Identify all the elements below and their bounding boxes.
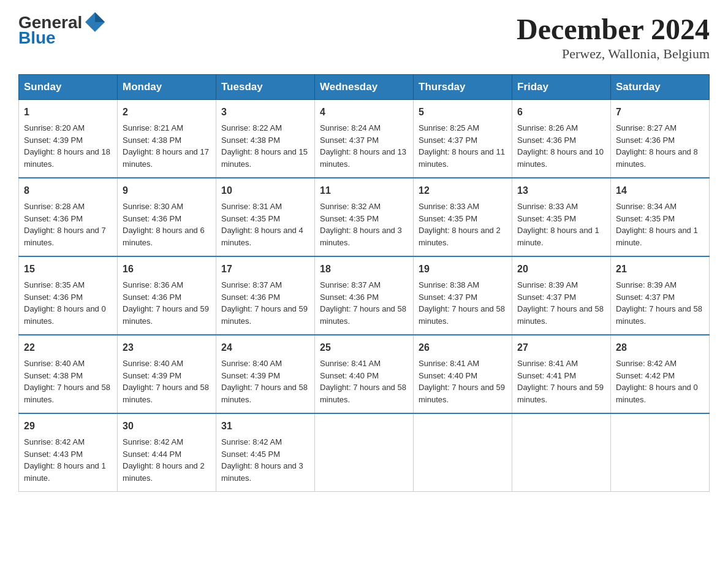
sunrise-text: Sunrise: 8:22 AM (221, 123, 282, 132)
day-number: 9 (123, 183, 211, 198)
calendar-cell: 5Sunrise: 8:25 AMSunset: 4:37 PMDaylight… (414, 100, 512, 178)
day-number: 18 (320, 262, 408, 277)
calendar-title: December 2024 (517, 12, 710, 46)
day-number: 11 (320, 183, 408, 198)
day-number: 19 (419, 262, 507, 277)
sunrise-text: Sunrise: 8:25 AM (419, 123, 479, 132)
sunset-text: Sunset: 4:35 PM (320, 214, 379, 223)
daylight-text: Daylight: 8 hours and 3 minutes. (221, 461, 303, 483)
calendar-week-row: 1Sunrise: 8:20 AMSunset: 4:39 PMDaylight… (19, 100, 710, 178)
col-header-thursday: Thursday (414, 75, 512, 100)
daylight-text: Daylight: 8 hours and 4 minutes. (221, 226, 303, 247)
calendar-cell: 25Sunrise: 8:41 AMSunset: 4:40 PMDayligh… (315, 335, 414, 413)
day-number: 13 (517, 183, 605, 198)
daylight-text: Daylight: 8 hours and 13 minutes. (320, 147, 406, 169)
day-number: 4 (320, 105, 408, 120)
daylight-text: Daylight: 8 hours and 10 minutes. (517, 147, 604, 169)
page-header: General Blue December 2024 Perwez, Wallo… (18, 12, 710, 62)
day-number: 3 (221, 105, 309, 120)
day-number: 8 (24, 183, 112, 198)
sunrise-text: Sunrise: 8:28 AM (24, 202, 85, 211)
col-header-saturday: Saturday (611, 75, 710, 100)
sunset-text: Sunset: 4:38 PM (123, 136, 181, 145)
sunrise-text: Sunrise: 8:41 AM (320, 359, 381, 368)
sunset-text: Sunset: 4:35 PM (419, 214, 477, 223)
logo-text-blue: Blue (18, 28, 56, 48)
calendar-cell: 7Sunrise: 8:27 AMSunset: 4:36 PMDaylight… (611, 100, 710, 178)
calendar-cell: 18Sunrise: 8:37 AMSunset: 4:36 PMDayligh… (315, 256, 414, 335)
calendar-week-row: 29Sunrise: 8:42 AMSunset: 4:43 PMDayligh… (19, 413, 710, 492)
sunset-text: Sunset: 4:37 PM (616, 293, 675, 302)
day-number: 28 (616, 340, 704, 355)
daylight-text: Daylight: 7 hours and 58 minutes. (221, 383, 308, 404)
daylight-text: Daylight: 7 hours and 58 minutes. (24, 383, 110, 404)
calendar-cell: 31Sunrise: 8:42 AMSunset: 4:45 PMDayligh… (216, 413, 315, 492)
day-number: 29 (24, 419, 112, 434)
sunrise-text: Sunrise: 8:39 AM (517, 280, 578, 289)
daylight-text: Daylight: 7 hours and 58 minutes. (320, 383, 406, 404)
calendar-cell (611, 413, 710, 492)
calendar-table: SundayMondayTuesdayWednesdayThursdayFrid… (18, 74, 710, 492)
daylight-text: Daylight: 7 hours and 58 minutes. (616, 304, 702, 326)
sunset-text: Sunset: 4:36 PM (221, 293, 280, 302)
sunset-text: Sunset: 4:42 PM (616, 371, 675, 380)
sunrise-text: Sunrise: 8:41 AM (419, 359, 479, 368)
sunrise-text: Sunrise: 8:21 AM (123, 123, 183, 132)
sunrise-text: Sunrise: 8:36 AM (123, 280, 183, 289)
col-header-friday: Friday (512, 75, 611, 100)
sunset-text: Sunset: 4:39 PM (221, 371, 280, 380)
calendar-week-row: 15Sunrise: 8:35 AMSunset: 4:36 PMDayligh… (19, 256, 710, 335)
daylight-text: Daylight: 8 hours and 2 minutes. (419, 226, 501, 247)
daylight-text: Daylight: 7 hours and 58 minutes. (320, 304, 406, 326)
sunrise-text: Sunrise: 8:42 AM (24, 437, 85, 446)
calendar-cell: 1Sunrise: 8:20 AMSunset: 4:39 PMDaylight… (19, 100, 118, 178)
sunrise-text: Sunrise: 8:40 AM (221, 359, 282, 368)
daylight-text: Daylight: 8 hours and 1 minute. (616, 226, 698, 247)
daylight-text: Daylight: 7 hours and 59 minutes. (221, 304, 308, 326)
calendar-subtitle: Perwez, Wallonia, Belgium (517, 46, 710, 62)
calendar-cell: 4Sunrise: 8:24 AMSunset: 4:37 PMDaylight… (315, 100, 414, 178)
day-number: 24 (221, 340, 309, 355)
sunset-text: Sunset: 4:36 PM (123, 293, 181, 302)
day-number: 1 (24, 105, 112, 120)
sunset-text: Sunset: 4:36 PM (320, 293, 379, 302)
calendar-cell: 17Sunrise: 8:37 AMSunset: 4:36 PMDayligh… (216, 256, 315, 335)
sunset-text: Sunset: 4:36 PM (616, 136, 675, 145)
logo-flag-icon (84, 11, 106, 33)
sunset-text: Sunset: 4:37 PM (419, 136, 477, 145)
calendar-cell: 10Sunrise: 8:31 AMSunset: 4:35 PMDayligh… (216, 178, 315, 256)
sunrise-text: Sunrise: 8:24 AM (320, 123, 381, 132)
sunset-text: Sunset: 4:39 PM (24, 136, 83, 145)
daylight-text: Daylight: 8 hours and 2 minutes. (123, 461, 205, 483)
sunrise-text: Sunrise: 8:31 AM (221, 202, 282, 211)
sunrise-text: Sunrise: 8:33 AM (419, 202, 479, 211)
sunrise-text: Sunrise: 8:42 AM (616, 359, 677, 368)
calendar-cell (512, 413, 611, 492)
sunrise-text: Sunrise: 8:39 AM (616, 280, 677, 289)
calendar-cell: 28Sunrise: 8:42 AMSunset: 4:42 PMDayligh… (611, 335, 710, 413)
daylight-text: Daylight: 8 hours and 1 minute. (24, 461, 106, 483)
day-number: 27 (517, 340, 605, 355)
calendar-cell (315, 413, 414, 492)
calendar-week-row: 22Sunrise: 8:40 AMSunset: 4:38 PMDayligh… (19, 335, 710, 413)
daylight-text: Daylight: 8 hours and 15 minutes. (221, 147, 308, 169)
calendar-cell: 22Sunrise: 8:40 AMSunset: 4:38 PMDayligh… (19, 335, 118, 413)
calendar-cell: 14Sunrise: 8:34 AMSunset: 4:35 PMDayligh… (611, 178, 710, 256)
calendar-cell: 3Sunrise: 8:22 AMSunset: 4:38 PMDaylight… (216, 100, 315, 178)
daylight-text: Daylight: 8 hours and 7 minutes. (24, 226, 106, 247)
sunset-text: Sunset: 4:36 PM (24, 293, 83, 302)
daylight-text: Daylight: 8 hours and 17 minutes. (123, 147, 209, 169)
day-number: 14 (616, 183, 704, 198)
calendar-cell (414, 413, 512, 492)
daylight-text: Daylight: 7 hours and 58 minutes. (517, 304, 604, 326)
sunset-text: Sunset: 4:43 PM (24, 450, 83, 459)
calendar-header-row: SundayMondayTuesdayWednesdayThursdayFrid… (19, 75, 710, 100)
col-header-sunday: Sunday (19, 75, 118, 100)
sunrise-text: Sunrise: 8:32 AM (320, 202, 381, 211)
calendar-cell: 11Sunrise: 8:32 AMSunset: 4:35 PMDayligh… (315, 178, 414, 256)
daylight-text: Daylight: 8 hours and 11 minutes. (419, 147, 505, 169)
sunrise-text: Sunrise: 8:37 AM (221, 280, 282, 289)
daylight-text: Daylight: 7 hours and 59 minutes. (123, 304, 209, 326)
daylight-text: Daylight: 7 hours and 59 minutes. (419, 383, 505, 404)
sunset-text: Sunset: 4:36 PM (123, 214, 181, 223)
